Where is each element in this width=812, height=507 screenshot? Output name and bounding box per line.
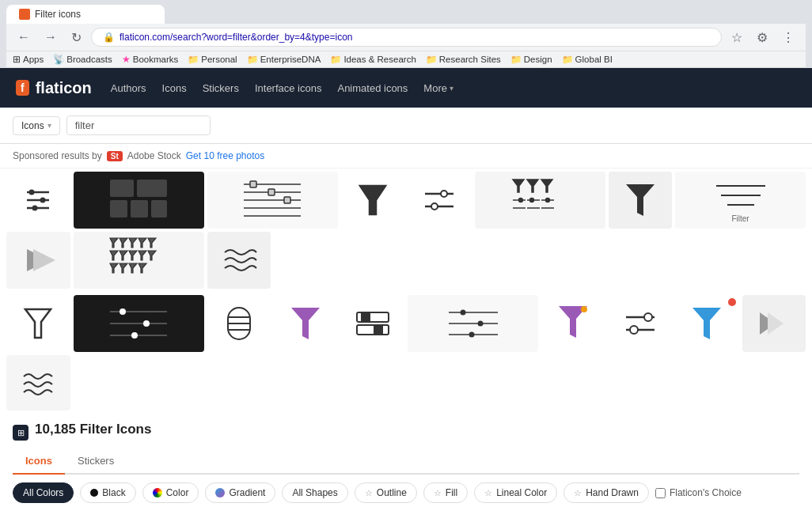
svg-rect-6 bbox=[110, 180, 134, 197]
site-header: f flaticon Authors Icons Stickers Interf… bbox=[0, 68, 812, 108]
main-nav: Authors Icons Stickers Interface icons A… bbox=[111, 82, 796, 94]
svg-marker-51 bbox=[120, 263, 127, 273]
svg-marker-49 bbox=[148, 251, 156, 260]
svg-marker-65 bbox=[291, 308, 320, 339]
browser-tabs: Filter icons bbox=[6, 5, 806, 24]
nav-icons[interactable]: Icons bbox=[162, 82, 187, 94]
icon-filter-label[interactable]: Filter bbox=[675, 172, 806, 229]
icon-filter-grid-dark[interactable] bbox=[74, 172, 204, 229]
icon-funnel-sparkle[interactable] bbox=[541, 295, 605, 352]
filter-fill[interactable]: ☆ Fill bbox=[423, 482, 468, 503]
svg-point-1 bbox=[29, 190, 35, 195]
adobe-badge: St bbox=[107, 151, 123, 161]
reload-button[interactable]: ↻ bbox=[66, 28, 86, 47]
icon-sliders-1[interactable] bbox=[6, 172, 70, 229]
nav-animated-icons[interactable]: Animated icons bbox=[337, 82, 408, 94]
tab-stickers[interactable]: Stickers bbox=[65, 448, 127, 475]
icon-arrows-filter[interactable] bbox=[6, 232, 70, 289]
icon-wavy-2[interactable] bbox=[6, 355, 70, 411]
icon-funnel-filled[interactable] bbox=[609, 172, 673, 229]
nav-authors[interactable]: Authors bbox=[111, 82, 146, 94]
icon-funnel-simple[interactable] bbox=[341, 172, 405, 229]
icon-small-grid[interactable] bbox=[74, 232, 204, 289]
bookmark-ideas[interactable]: 📁 Ideas & Research bbox=[330, 54, 415, 65]
icon-cylinder-filter[interactable] bbox=[207, 295, 271, 352]
results-icon: ⊞ bbox=[13, 425, 28, 441]
bookmark-research[interactable]: 📁 Research Sites bbox=[426, 54, 501, 65]
browser-tab[interactable]: Filter icons bbox=[6, 5, 165, 24]
folder-icon-research: 📁 bbox=[426, 54, 437, 65]
svg-marker-26 bbox=[541, 180, 552, 192]
tab-icons[interactable]: Icons bbox=[13, 448, 65, 475]
svg-rect-10 bbox=[151, 200, 167, 218]
nav-more[interactable]: More ▾ bbox=[423, 82, 453, 94]
icon-h-sliders-boxes[interactable] bbox=[341, 295, 405, 352]
svg-point-23 bbox=[431, 203, 438, 210]
icon-wavy-lines[interactable] bbox=[207, 232, 271, 289]
menu-button[interactable]: ⋮ bbox=[777, 28, 799, 47]
filter-outline[interactable]: ☆ Outline bbox=[355, 482, 417, 503]
icon-funnel-colored[interactable] bbox=[274, 295, 338, 352]
bookmark-personal[interactable]: 📁 Personal bbox=[188, 54, 237, 65]
icon-funnel-outline[interactable] bbox=[6, 295, 70, 352]
bookmarks-star-icon: ★ bbox=[122, 54, 131, 65]
svg-point-32 bbox=[546, 199, 550, 202]
color-multicolor-icon bbox=[153, 488, 162, 498]
gradient-dot-icon bbox=[215, 488, 225, 498]
lineal-star-icon: ☆ bbox=[484, 488, 492, 498]
icon-filter-lines[interactable] bbox=[207, 172, 338, 229]
nav-interface-icons[interactable]: Interface icons bbox=[255, 82, 322, 94]
svg-marker-46 bbox=[120, 251, 127, 260]
bookmarks-bar: ⊞ Apps 📡 Broadcasts ★ Bookmarks 📁 Person… bbox=[6, 51, 806, 68]
choice-checkbox[interactable] bbox=[655, 488, 666, 498]
icon-slider-circle[interactable] bbox=[609, 295, 673, 352]
filter-black[interactable]: Black bbox=[80, 482, 135, 503]
forward-button[interactable]: → bbox=[40, 28, 62, 46]
address-bar[interactable]: 🔒 flaticon.com/search?word=filter&order_… bbox=[91, 28, 722, 47]
search-type-dropdown[interactable]: Icons ▾ bbox=[13, 116, 60, 135]
bookmark-design[interactable]: 📁 Design bbox=[510, 54, 552, 65]
filter-hand-drawn[interactable]: ☆ Hand Drawn bbox=[563, 482, 649, 503]
filter-gradient[interactable]: Gradient bbox=[205, 482, 275, 503]
svg-marker-48 bbox=[138, 251, 146, 260]
icon-dark-sliders-set[interactable] bbox=[74, 295, 204, 352]
svg-rect-69 bbox=[374, 325, 382, 335]
back-button[interactable]: ← bbox=[13, 28, 35, 46]
svg-rect-68 bbox=[362, 312, 370, 322]
bookmark-star[interactable]: ☆ bbox=[727, 28, 747, 47]
svg-point-79 bbox=[644, 313, 652, 321]
folder-icon-edna: 📁 bbox=[247, 54, 258, 65]
filter-all-colors[interactable]: All Colors bbox=[13, 482, 74, 503]
svg-point-75 bbox=[469, 332, 474, 338]
free-photos-cta[interactable]: Get 10 free photos bbox=[186, 150, 264, 161]
svg-rect-16 bbox=[250, 181, 256, 187]
svg-rect-8 bbox=[110, 200, 127, 218]
bookmark-broadcasts[interactable]: 📡 Broadcasts bbox=[53, 54, 112, 65]
svg-point-21 bbox=[441, 191, 447, 197]
extensions-button[interactable]: ⚙ bbox=[752, 28, 772, 47]
bookmark-enterprisedna[interactable]: 📁 EnterpriseDNA bbox=[247, 54, 321, 65]
icon-sliders-labeled[interactable] bbox=[408, 295, 538, 352]
logo[interactable]: f flaticon bbox=[16, 79, 92, 97]
svg-marker-40 bbox=[110, 238, 118, 248]
results-count-heading: 10,185 Filter Icons bbox=[35, 422, 151, 444]
hand-star-icon: ☆ bbox=[574, 488, 582, 498]
icon-h-sliders[interactable] bbox=[408, 172, 472, 229]
bookmark-bookmarks[interactable]: ★ Bookmarks bbox=[122, 54, 179, 65]
icon-funnel-blue[interactable] bbox=[675, 295, 739, 352]
filter-all-shapes[interactable]: All Shapes bbox=[282, 482, 347, 503]
sponsored-icons-row1: Filter bbox=[0, 168, 812, 292]
bookmark-apps[interactable]: ⊞ Apps bbox=[13, 54, 44, 65]
icon-filter-multi[interactable] bbox=[475, 172, 605, 229]
search-type-label: Icons bbox=[21, 120, 44, 131]
folder-icon-design: 📁 bbox=[510, 54, 522, 65]
filter-lineal-color[interactable]: ☆ Lineal Color bbox=[474, 482, 557, 503]
svg-point-58 bbox=[143, 320, 150, 327]
icon-arrows-right[interactable] bbox=[742, 295, 806, 352]
nav-stickers[interactable]: Stickers bbox=[203, 82, 239, 94]
search-input-wrap[interactable] bbox=[66, 115, 211, 135]
flaticons-choice-filter[interactable]: Flaticon's Choice bbox=[655, 487, 742, 498]
search-input[interactable] bbox=[75, 119, 202, 131]
filter-color[interactable]: Color bbox=[142, 482, 199, 503]
bookmark-globalbi[interactable]: 📁 Global BI bbox=[562, 54, 613, 65]
